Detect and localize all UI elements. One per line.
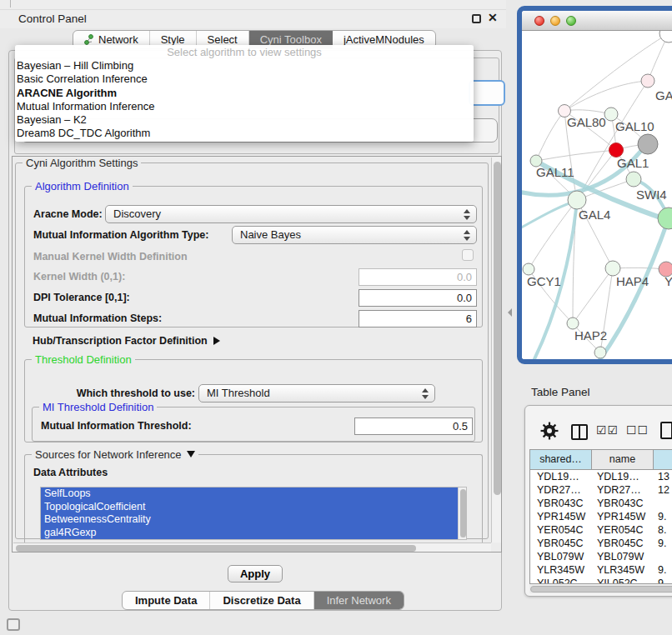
network-icon xyxy=(84,34,94,45)
table-row[interactable]: YLR345WYLR345W9. xyxy=(530,563,672,577)
checked-checkboxes-icon[interactable]: ☑☑ xyxy=(596,423,619,437)
network-edge[interactable] xyxy=(564,81,648,111)
gear-icon[interactable] xyxy=(540,422,559,440)
algorithm-option[interactable]: Basic Correlation Inference xyxy=(15,72,474,86)
network-node[interactable] xyxy=(567,318,579,329)
bottom-tabs: Impute DataDiscretize DataInfer Network xyxy=(122,591,404,610)
table-row[interactable]: YIL052CYIL052C9 xyxy=(530,577,672,584)
close-icon[interactable]: ✕ xyxy=(488,11,498,24)
data-attribute-item[interactable]: TopologicalCoefficient xyxy=(41,501,466,514)
minimized-panel-icon[interactable] xyxy=(7,618,20,631)
close-traffic-light-icon[interactable] xyxy=(534,16,544,26)
table-horizontal-scrollbar[interactable] xyxy=(529,584,672,593)
table-row[interactable]: YBR043CYBR043C xyxy=(530,497,672,510)
data-attributes-list[interactable]: SelfLoopsTopologicalCoefficientBetweenne… xyxy=(40,487,467,540)
table-cell: YPR145W xyxy=(530,510,592,523)
mi-algorithm-type-select[interactable]: Naive Bayes xyxy=(232,226,477,244)
data-attribute-item[interactable]: gal4RGexp xyxy=(41,527,466,540)
tab-label: Network xyxy=(98,33,138,46)
mi-threshold-input[interactable]: 0.5 xyxy=(354,418,473,435)
network-edge[interactable] xyxy=(573,268,613,323)
table-row[interactable]: YBR045CYBR045C9. xyxy=(530,537,672,550)
algorithm-option[interactable]: Bayesian – K2 xyxy=(15,113,474,127)
zoom-traffic-light-icon[interactable] xyxy=(566,16,576,26)
hub-definition-toggle[interactable]: Hub/Transcription Factor Definition xyxy=(33,335,220,347)
algorithm-option[interactable]: Mutual Information Inference xyxy=(15,100,474,113)
tab-divider xyxy=(10,0,11,8)
table-cell: YLR345W xyxy=(530,563,592,577)
table-row[interactable]: YDR27…YDR27…12 xyxy=(530,483,672,497)
network-node[interactable] xyxy=(609,143,624,158)
aracne-mode-label: Aracne Mode: xyxy=(33,208,103,220)
table-panel-window: ☑☑ ☐☐ shared… name YDL19…YDL19…13YDR27…Y… xyxy=(524,405,672,597)
network-edge[interactable] xyxy=(536,111,564,161)
vertical-scrollbar[interactable] xyxy=(491,158,502,542)
aracne-mode-value: Discovery xyxy=(113,208,161,220)
node-label: GAL80 xyxy=(567,115,606,129)
column-header-shared-name[interactable]: shared… xyxy=(530,450,592,469)
horizontal-scrollbar[interactable] xyxy=(13,542,491,552)
table-cell: 9. xyxy=(654,563,672,577)
network-node[interactable] xyxy=(638,134,658,154)
data-attribute-item[interactable]: BetweennessCentrality xyxy=(41,513,466,527)
table-cell: 12 xyxy=(654,483,672,497)
table-row[interactable]: YPR145WYPR145W9. xyxy=(530,510,672,523)
unchecked-checkboxes-icon[interactable]: ☐☐ xyxy=(626,423,649,437)
document-icon[interactable] xyxy=(660,422,672,439)
network-node[interactable] xyxy=(594,347,606,358)
bottom-tab-impute-data[interactable]: Impute Data xyxy=(123,592,210,609)
table-cell: YLR345W xyxy=(592,563,654,577)
focused-combo-fragment[interactable] xyxy=(469,80,505,106)
spinner-arrows-icon xyxy=(464,230,470,241)
apply-button[interactable]: Apply xyxy=(228,565,283,582)
sources-title[interactable]: Sources for Network Inference xyxy=(32,448,198,461)
column-header-partial[interactable] xyxy=(654,450,672,469)
tab-label: jActiveMNodules xyxy=(344,33,424,46)
network-canvas[interactable]: GALGAL80GAL10GAL1GAL11SWI4GAL4GCY1HAP4YH… xyxy=(522,31,672,359)
table-cell: YBR043C xyxy=(530,497,592,510)
network-window-titlebar[interactable] xyxy=(522,11,672,31)
network-edge[interactable] xyxy=(564,33,669,111)
table-cell: YBR045C xyxy=(530,537,592,550)
algorithm-dropdown: Select algorithm to view settings Bayesi… xyxy=(15,45,474,142)
split-view-icon[interactable] xyxy=(571,424,588,440)
minimize-traffic-light-icon[interactable] xyxy=(550,16,560,26)
dpi-tolerance-input[interactable]: 0.0 xyxy=(359,289,477,307)
manual-kernel-checkbox[interactable] xyxy=(462,249,474,261)
which-threshold-select[interactable]: MI Threshold xyxy=(198,384,435,402)
network-node[interactable] xyxy=(658,208,672,229)
table-cell: YER054C xyxy=(592,523,654,537)
float-icon[interactable] xyxy=(472,14,481,23)
network-node[interactable] xyxy=(568,191,586,209)
column-header-name[interactable]: name xyxy=(592,450,654,469)
network-view-window[interactable]: GALGAL80GAL10GAL1GAL11SWI4GAL4GCY1HAP4YH… xyxy=(517,6,672,364)
node-label: GCY1 xyxy=(527,274,561,288)
algorithm-option[interactable]: Dream8 DC_TDC Algorithm xyxy=(15,127,474,140)
network-node[interactable] xyxy=(641,74,654,88)
spinner-arrows-icon xyxy=(464,209,470,220)
node-table: shared… name YDL19…YDL19…13YDR27…YDR27…1… xyxy=(529,449,672,584)
network-node[interactable] xyxy=(523,263,534,275)
list-scrollbar[interactable] xyxy=(458,488,466,539)
table-row[interactable]: YDL19…YDL19…13 xyxy=(530,470,672,483)
kernel-width-input[interactable]: 0.0 xyxy=(359,268,477,286)
network-node[interactable] xyxy=(659,31,672,42)
network-node[interactable] xyxy=(626,172,641,187)
mi-steps-input[interactable]: 6 xyxy=(359,310,477,328)
algorithm-option[interactable]: ARACNE Algorithm xyxy=(15,87,474,100)
dropdown-placeholder: Select algorithm to view settings xyxy=(15,45,474,59)
table-row[interactable]: YER054CYER054C8. xyxy=(530,523,672,537)
bottom-tab-infer-network[interactable]: Infer Network xyxy=(314,592,404,609)
mi-steps-label: Mutual Information Steps: xyxy=(33,312,162,324)
panel-divider-handle[interactable] xyxy=(508,308,512,317)
network-edge[interactable] xyxy=(613,268,666,269)
aracne-mode-select[interactable]: Discovery xyxy=(105,205,477,223)
table-row[interactable]: YBL079WYBL079W xyxy=(530,550,672,563)
node-label: HAP2 xyxy=(574,328,607,342)
bottom-tab-discretize-data[interactable]: Discretize Data xyxy=(210,592,313,609)
data-attribute-item[interactable]: SelfLoops xyxy=(41,488,466,501)
algorithm-option[interactable]: Bayesian – Hill Climbing xyxy=(15,59,474,72)
sources-title-label: Sources for Network Inference xyxy=(35,448,182,461)
table-cell: YDL19… xyxy=(530,470,592,483)
node-label: GAL xyxy=(655,88,672,102)
